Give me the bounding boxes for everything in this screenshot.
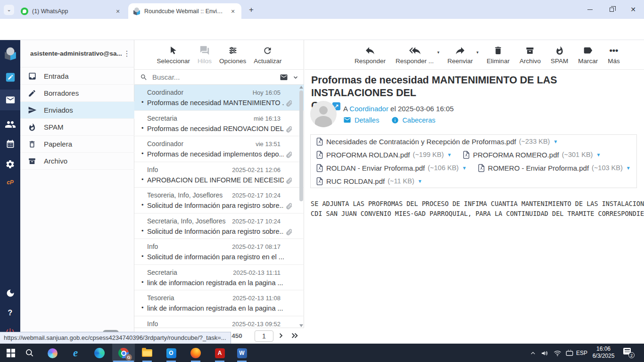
attachment-menu-caret-icon[interactable]: ▼: [553, 139, 558, 144]
acrobat-icon[interactable]: A: [214, 347, 225, 359]
taskbar: e G O A W ESP 16:06 6/3/2025: [0, 344, 644, 362]
attachment-item[interactable]: RUC ROLDAN.pdf (~11 KB) ▼: [316, 177, 422, 185]
sidebar-item-papelera[interactable]: Papelera: [20, 136, 134, 153]
word-icon[interactable]: W: [236, 347, 248, 359]
list-scrollbar[interactable]: [299, 86, 304, 327]
close-tab-icon[interactable]: ✕: [114, 8, 122, 15]
restore-button[interactable]: [601, 0, 622, 19]
reply-all-button[interactable]: Responder ... ▾: [396, 44, 434, 65]
attachment-item[interactable]: ROLDAN - Enviar Proforma.pdf (~106 KB) ▼: [316, 164, 467, 172]
pdf-file-icon: [316, 138, 323, 146]
tab-search-icon[interactable]: ⌄: [4, 5, 14, 15]
sidebar-item-borradores[interactable]: Borradores: [20, 85, 134, 102]
notification-center-icon[interactable]: 2: [623, 348, 633, 356]
attachment-menu-caret-icon[interactable]: ▼: [462, 165, 467, 171]
forward-button[interactable]: Reenviar ▾: [447, 44, 473, 65]
help-button[interactable]: ?: [0, 303, 20, 323]
attachment-menu-caret-icon[interactable]: ▼: [596, 152, 601, 157]
tab-roundcube[interactable]: Roundcube Webmail :: Enviados ✕: [128, 3, 241, 19]
taskbar-search-icon[interactable]: [24, 347, 35, 359]
flame-icon: [28, 123, 37, 132]
mark-button[interactable]: Marcar: [578, 44, 598, 65]
scroll-up-icon[interactable]: [299, 86, 303, 89]
compose-button[interactable]: [0, 67, 20, 87]
message-row[interactable]: Secretaria, Info, Joseflores2025-02-17 1…: [134, 214, 304, 239]
search-input[interactable]: [152, 73, 280, 81]
minimize-button[interactable]: [579, 0, 601, 19]
message-row[interactable]: Info2025-02-21 12:06 •APROBACION DEL INF…: [134, 162, 304, 188]
message-row[interactable]: Tesoreria, Info, Joseflores2025-02-17 10…: [134, 188, 304, 214]
message-row[interactable]: CoordinadorHoy 16:05 •Proformas de neces…: [134, 85, 304, 111]
tray-clock[interactable]: 16:06 6/3/2025: [588, 346, 619, 360]
message-row[interactable]: Secretaria2025-02-13 11:11 •link de info…: [134, 265, 304, 291]
reply-menu-caret-icon[interactable]: ▾: [438, 50, 440, 55]
details-link[interactable]: Detalles: [355, 116, 379, 124]
options-button[interactable]: Opciones: [219, 44, 246, 65]
wifi-icon[interactable]: [552, 347, 563, 359]
firefox-icon[interactable]: [190, 347, 201, 359]
message-row[interactable]: Coordinadorvie 13:51 •Proformas de neces…: [134, 136, 304, 162]
recipient-link[interactable]: Coordinador: [349, 105, 388, 113]
forward-menu-caret-icon[interactable]: ▾: [477, 50, 479, 55]
scroll-down-icon[interactable]: [299, 324, 303, 327]
delete-button[interactable]: Eliminar: [487, 44, 510, 65]
contacts-nav-button[interactable]: [0, 115, 20, 134]
attachment-item[interactable]: Necesidades de Contratación y Recepción …: [316, 138, 558, 146]
calendar-nav-button[interactable]: [0, 134, 20, 154]
last-page-icon[interactable]: [290, 332, 299, 339]
more-button[interactable]: ••• Más: [608, 44, 620, 65]
file-explorer-icon[interactable]: [141, 347, 153, 359]
sidebar-item-enviados[interactable]: Enviados: [20, 102, 134, 119]
page-number-input[interactable]: 1: [255, 330, 273, 342]
attachment-item[interactable]: PROFORMA ROMERO.pdf (~301 KB) ▼: [463, 151, 601, 159]
sidebar-item-entrada[interactable]: Entrada: [20, 68, 134, 85]
tray-chevron-up-icon[interactable]: [527, 347, 538, 359]
mail-nav-button[interactable]: [0, 90, 20, 110]
mail-date: el 2025-03-06 16:05: [390, 105, 454, 113]
search-bar: [134, 70, 304, 85]
message-row[interactable]: Info2025-02-17 08:17 •Solicitud de infor…: [134, 239, 304, 265]
start-button[interactable]: [5, 347, 17, 359]
settings-nav-button[interactable]: [0, 154, 20, 174]
close-window-button[interactable]: ✕: [622, 0, 644, 19]
attachment-item[interactable]: ROMERO - Enviar Proforma.pdf (~103 KB) ▼: [478, 164, 631, 172]
reply-button[interactable]: Responder: [355, 44, 386, 65]
message-row[interactable]: Secretariamié 16:13 •Proformas de necesi…: [134, 111, 304, 137]
outlook-icon[interactable]: O: [165, 347, 177, 359]
dark-mode-toggle[interactable]: [0, 283, 20, 303]
attachment-menu-caret-icon[interactable]: ▼: [418, 179, 422, 184]
roundcube-logo-icon: [4, 47, 17, 60]
headers-link[interactable]: Cabeceras: [402, 116, 435, 124]
close-tab-icon[interactable]: ✕: [229, 8, 237, 15]
roundcube-logo[interactable]: [0, 44, 20, 64]
attachment-item[interactable]: PROFORMA ROLDAN.pdf (~199 KB) ▼: [316, 151, 452, 159]
archive-button[interactable]: Archivo: [520, 44, 541, 65]
account-header: asistente-administrativo@sa... ⋮: [20, 40, 134, 67]
mail-view-pane: Responder Responder ... ▾ Reenviar ▾ Eli…: [305, 40, 644, 344]
volume-icon[interactable]: [539, 347, 550, 359]
whatsapp-favicon: [21, 8, 28, 15]
account-menu-icon[interactable]: ⋮: [123, 49, 131, 58]
language-indicator[interactable]: ESP: [576, 344, 587, 362]
search-options-chevron-icon[interactable]: [293, 74, 298, 80]
next-page-icon[interactable]: [277, 332, 284, 339]
copilot-icon[interactable]: [47, 347, 58, 359]
select-button[interactable]: Seleccionar: [157, 44, 190, 65]
tab-whatsapp[interactable]: (1) WhatsApp ✕: [17, 4, 125, 19]
cpanel-link[interactable]: cP: [0, 173, 20, 192]
refresh-button[interactable]: Actualizar: [254, 44, 281, 65]
message-row[interactable]: Tesoreria2025-02-13 11:08 •link de infor…: [134, 290, 304, 316]
spam-button[interactable]: SPAM: [551, 44, 568, 65]
attachment-menu-caret-icon[interactable]: ▼: [447, 152, 452, 157]
edge-icon[interactable]: [94, 347, 105, 359]
sidebar-item-archivo[interactable]: Archivo: [20, 153, 134, 170]
connect-display-icon[interactable]: [564, 347, 575, 359]
roundcube-favicon: [133, 8, 140, 15]
internet-explorer-icon[interactable]: e: [70, 347, 81, 359]
scrollbar-thumb[interactable]: [299, 90, 303, 201]
threads-button[interactable]: Hilos: [198, 44, 212, 65]
search-scope-mail-icon[interactable]: [280, 73, 288, 82]
sidebar-item-spam[interactable]: SPAM: [20, 119, 134, 136]
new-tab-button[interactable]: +: [246, 5, 256, 15]
attachment-menu-caret-icon[interactable]: ▼: [626, 165, 631, 171]
